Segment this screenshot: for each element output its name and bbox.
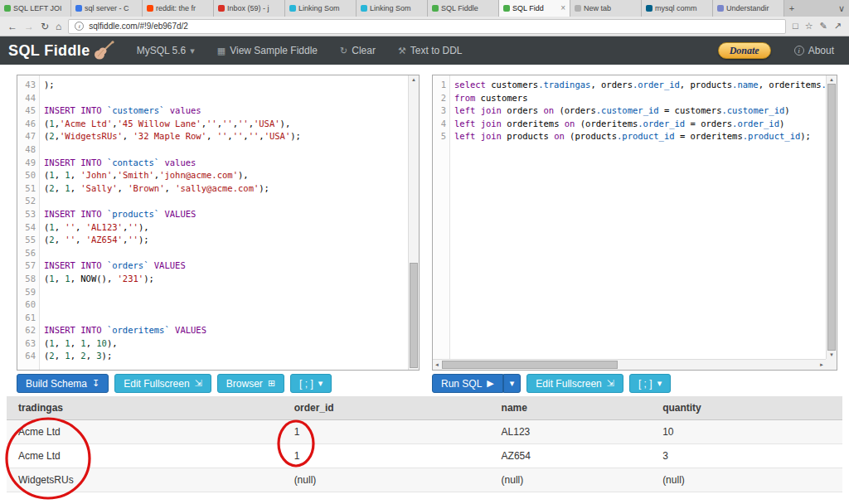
code-line: select customers.tradingas, orders.order… — [454, 79, 826, 92]
scroll-left-icon[interactable]: ◄ — [434, 360, 439, 370]
code-line — [44, 92, 408, 105]
code-line: INSERT INTO `contacts` values — [44, 157, 408, 170]
build-schema-button[interactable]: Build Schema ↧ — [17, 374, 109, 393]
db-version-select[interactable]: MySQL 5.6 ▾ — [137, 45, 195, 56]
tab-title: mysql comm — [655, 4, 708, 12]
highlight-pen-icon[interactable]: ✎ — [820, 22, 827, 31]
schema-vertical-scrollbar[interactable]: ▲ ▼ — [408, 75, 419, 370]
clear-button[interactable]: ↻ Clear — [340, 45, 376, 56]
results-section: tradingasorder_idnamequantity Acme Ltd1A… — [7, 396, 842, 492]
result-cell: (null) — [651, 468, 842, 492]
browser-tab[interactable]: New tab — [570, 0, 642, 17]
scroll-up-icon[interactable]: ▲ — [409, 77, 419, 82]
query-editor[interactable]: 12345 select customers.tradingas, orders… — [432, 75, 837, 371]
schema-code[interactable]: ); INSERT INTO `customers` values(1,'Acm… — [40, 75, 408, 370]
edit-fullscreen-label: Edit Fullscreen — [536, 378, 601, 390]
forum-favicon-icon — [361, 5, 367, 12]
scroll-up-icon[interactable]: ▲ — [827, 77, 837, 82]
query-code[interactable]: select customers.tradingas, orders.order… — [450, 75, 826, 370]
results-header-row: tradingasorder_idnamequantity — [7, 396, 842, 419]
address-bar[interactable]: i sqlfiddle.com/#!9/eb967d/2 — [68, 19, 786, 34]
chevron-down-icon: ▾ — [510, 379, 515, 388]
code-line: (1, 1, 1, 10), — [44, 337, 408, 351]
query-horizontal-scrollbar[interactable]: ◄ ► — [433, 359, 826, 370]
browser-tab[interactable]: SQL Fiddle — [428, 0, 499, 17]
bookmark-star-icon[interactable]: ☆ — [805, 22, 813, 31]
tab-title: SQL Fidd — [512, 4, 558, 12]
text-to-ddl-button[interactable]: ⚒ Text to DDL — [398, 45, 463, 56]
schema-editor[interactable]: 4344454647484950515253545556575859606162… — [17, 75, 420, 371]
text-to-ddl-label: Text to DDL — [410, 45, 463, 56]
browser-tab[interactable]: Understandir — [713, 0, 784, 17]
about-button[interactable]: i About — [794, 45, 834, 56]
clear-icon: ↻ — [340, 46, 347, 56]
tab-list-chevron-icon[interactable]: ∨ — [834, 0, 849, 17]
page-favicon-icon — [575, 5, 581, 12]
line-number: 49 — [17, 157, 36, 170]
forward-icon[interactable]: → — [24, 22, 34, 32]
results-table: tradingasorder_idnamequantity Acme Ltd1A… — [7, 396, 842, 492]
app-logo[interactable]: SQL Fiddle — [8, 41, 114, 61]
chevron-down-icon: ▾ — [657, 379, 662, 388]
run-sql-label: Run SQL — [441, 378, 482, 390]
browser-button[interactable]: Browser ⊞ — [217, 374, 284, 393]
tab-title: SQL Fiddle — [441, 4, 494, 12]
donate-button[interactable]: Donate — [718, 42, 771, 59]
line-number: 54 — [17, 221, 36, 235]
info-icon: i — [794, 46, 804, 56]
scrollbar-thumb[interactable] — [442, 361, 618, 369]
browser-tab[interactable]: SQL Fidd× — [499, 0, 570, 17]
scrollbar-thumb[interactable] — [827, 84, 836, 351]
query-vertical-scrollbar[interactable]: ▲ ▼ — [826, 75, 837, 359]
code-line — [44, 286, 408, 299]
edit-fullscreen-label: Edit Fullscreen — [124, 378, 189, 390]
new-tab-button[interactable]: + — [784, 0, 799, 17]
site-info-icon[interactable]: i — [75, 22, 84, 31]
view-sample-fiddle-button[interactable]: ▦ View Sample Fiddle — [217, 45, 318, 56]
schema-terminator-button[interactable]: [ ; ] ▾ — [290, 374, 332, 393]
app-header: SQL Fiddle MySQL 5.6 ▾ ▦ View Sample Fid… — [0, 36, 849, 65]
schema-edit-fullscreen-button[interactable]: Edit Fullscreen ⇲ — [114, 374, 211, 393]
screenshot-icon[interactable]: □ — [793, 22, 798, 31]
browser-tab[interactable]: reddit: the fr — [143, 0, 214, 17]
sqlfiddle-favicon-icon — [4, 5, 11, 12]
scrollbar-thumb[interactable] — [410, 263, 418, 368]
schema-line-numbers: 4344454647484950515253545556575859606162… — [17, 75, 40, 370]
code-line: INSERT INTO `products` VALUES — [44, 208, 408, 221]
browser-label: Browser — [226, 378, 263, 390]
browser-tab[interactable]: Linking Som — [357, 0, 428, 17]
refresh-icon[interactable]: ↻ — [41, 22, 49, 32]
about-label: About — [808, 45, 834, 56]
back-icon[interactable]: ← — [7, 22, 17, 32]
browser-tab[interactable]: Inbox (59) - j — [214, 0, 285, 17]
browser-tab[interactable]: SQL LEFT JOI — [0, 0, 71, 17]
code-line: (1, 1, NOW(), '231'); — [44, 273, 408, 286]
browser-tab[interactable]: mysql comm — [642, 0, 713, 17]
logo-text: SQL Fiddle — [8, 42, 90, 60]
scroll-down-icon[interactable]: ▼ — [827, 352, 837, 357]
line-number: 3 — [433, 104, 446, 118]
run-sql-button[interactable]: Run SQL ▶ — [432, 374, 503, 393]
tab-title: New tab — [584, 4, 637, 12]
line-number: 43 — [17, 79, 36, 92]
query-edit-fullscreen-button[interactable]: Edit Fullscreen ⇲ — [526, 374, 623, 393]
browser-tab[interactable]: Linking Som — [285, 0, 357, 17]
close-icon[interactable]: × — [560, 4, 565, 12]
share-icon[interactable]: ↗ — [834, 22, 842, 31]
result-cell: 3 — [651, 443, 842, 468]
home-icon[interactable]: ⌂ — [56, 22, 61, 32]
tab-title: Understandir — [726, 4, 779, 12]
code-line — [44, 143, 408, 157]
run-sql-dropdown-button[interactable]: ▾ — [503, 374, 522, 393]
play-icon: ▶ — [487, 379, 493, 388]
code-line: (1, 1, 'John','Smith','john@acme.com'), — [44, 169, 408, 182]
code-line: left join orders on (orders.customer_id … — [454, 104, 826, 118]
scroll-right-icon[interactable]: ► — [819, 360, 824, 370]
result-cell: AZ654 — [490, 443, 652, 468]
browser-tab[interactable]: sql server - C — [71, 0, 143, 17]
query-terminator-button[interactable]: [ ; ] ▾ — [629, 374, 671, 393]
line-number: 53 — [17, 208, 36, 221]
tab-title: reddit: the fr — [156, 4, 209, 12]
schema-actions: Build Schema ↧ Edit Fullscreen ⇲ Browser… — [17, 374, 332, 393]
code-line: (2, 1, 'Sally', 'Brown', 'sally@acme.com… — [44, 182, 408, 196]
